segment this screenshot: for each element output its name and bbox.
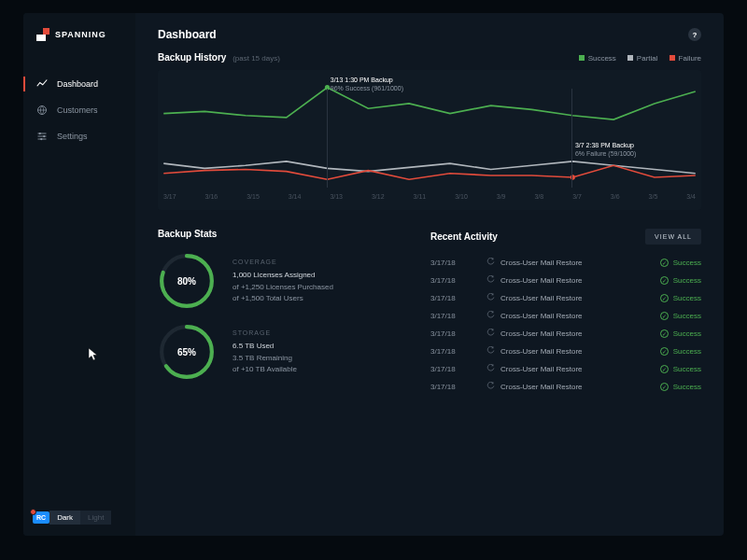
activity-row[interactable]: 3/17/18Cross-User Mail Restore✓Success [430, 289, 701, 307]
theme-light-button[interactable]: Light [80, 511, 111, 525]
check-icon: ✓ [660, 365, 669, 373]
activity-status: ✓Success [660, 276, 701, 285]
sidebar-item-settings[interactable]: Settings [23, 123, 135, 149]
activity-row[interactable]: 3/17/18Cross-User Mail Restore✓Success [430, 307, 701, 325]
chart-tick: 3/5 [649, 193, 658, 200]
storage-gauge: 65% [158, 323, 216, 381]
activity-date: 3/17/18 [430, 383, 475, 391]
activity-title: Recent Activity [430, 231, 498, 242]
check-icon: ✓ [660, 347, 669, 356]
header: Dashboard ? [135, 13, 724, 52]
activity-date: 3/17/18 [430, 259, 475, 267]
activity-desc-text: Cross-User Mail Restore [500, 383, 583, 391]
activity-date: 3/17/18 [430, 294, 475, 302]
check-icon: ✓ [660, 276, 669, 285]
activity-status: ✓Success [660, 365, 701, 373]
theme-switcher: RC Dark Light [33, 511, 111, 525]
chart-tick: 3/14 [289, 193, 302, 200]
sidebar-item-label: Dashboard [57, 79, 98, 89]
refresh-icon [486, 311, 495, 321]
svg-point-2 [43, 135, 45, 137]
stats-title: Backup Stats [158, 229, 401, 239]
sidebar-item-dashboard[interactable]: Dashboard [23, 71, 135, 97]
theme-dark-button[interactable]: Dark [49, 511, 80, 525]
check-icon: ✓ [660, 383, 669, 391]
activity-status: ✓Success [660, 329, 701, 338]
activity-date: 3/17/18 [430, 365, 475, 373]
trend-icon [36, 78, 48, 90]
sidebar-item-label: Customers [57, 105, 98, 115]
storage-stat: 65% STORAGE 6.5 TB Used 3.5 TB Remaining… [158, 323, 401, 381]
main: Dashboard ? Backup History (past 15 days… [135, 13, 724, 536]
chart-tick: 3/17 [163, 193, 176, 200]
help-icon[interactable]: ? [688, 28, 701, 41]
chart-tick: 3/12 [372, 193, 385, 200]
svg-point-1 [39, 133, 41, 134]
chart-tick: 3/16 [205, 193, 218, 200]
refresh-icon [486, 382, 495, 392]
refresh-icon [486, 258, 495, 268]
view-all-button[interactable]: VIEW ALL [645, 229, 701, 245]
activity-row[interactable]: 3/17/18Cross-User Mail Restore✓Success [430, 325, 701, 343]
legend-item: Success [579, 54, 616, 63]
chart-subtitle: (past 15 days) [233, 54, 280, 63]
backup-history-chart: 3/173/163/153/143/133/123/113/103/93/83/… [158, 70, 701, 210]
activity-desc-text: Cross-User Mail Restore [500, 329, 583, 338]
chart-tick: 3/7 [572, 193, 582, 200]
refresh-icon [486, 364, 495, 374]
activity-date: 3/17/18 [430, 276, 475, 285]
check-icon: ✓ [660, 329, 669, 338]
svg-point-3 [40, 138, 42, 140]
chart-legend: SuccessPartialFailure [579, 54, 701, 63]
chart-header: Backup History (past 15 days) SuccessPar… [158, 52, 701, 63]
page-title: Dashboard [158, 28, 217, 41]
activity-row[interactable]: 3/17/18Cross-User Mail Restore✓Success [430, 378, 701, 396]
rc-badge: RC [33, 511, 49, 524]
check-icon: ✓ [660, 259, 669, 267]
sidebar-item-label: Settings [57, 132, 88, 141]
chart-tick: 3/11 [414, 193, 427, 200]
activity-date: 3/17/18 [430, 312, 475, 320]
sidebar-item-customers[interactable]: Customers [23, 97, 135, 123]
chart-tick: 3/15 [247, 193, 260, 200]
chart-title: Backup History [158, 52, 226, 63]
coverage-gauge: 80% [158, 252, 216, 310]
chart-tick: 3/6 [611, 193, 620, 200]
logo-icon [36, 28, 49, 41]
sidebar-nav: DashboardCustomersSettings [23, 71, 135, 149]
chart-tick: 3/8 [534, 193, 543, 200]
activity-date: 3/17/18 [430, 329, 475, 338]
chart-tick: 3/13 [330, 193, 343, 200]
activity-status: ✓Success [660, 294, 701, 302]
brand-logo: SPANNING [23, 13, 135, 56]
activity-desc-text: Cross-User Mail Restore [500, 294, 583, 302]
sidebar: SPANNING DashboardCustomersSettings RC D… [23, 13, 135, 536]
activity-desc-text: Cross-User Mail Restore [500, 365, 583, 373]
activity-row[interactable]: 3/17/18Cross-User Mail Restore✓Success [430, 254, 701, 272]
activity-status: ✓Success [660, 347, 701, 356]
check-icon: ✓ [660, 312, 669, 320]
legend-item: Failure [669, 54, 701, 63]
activity-desc-text: Cross-User Mail Restore [500, 276, 583, 285]
activity-desc-text: Cross-User Mail Restore [500, 347, 583, 356]
chart-tick: 3/4 [686, 193, 696, 200]
activity-status: ✓Success [660, 383, 701, 391]
activity-status: ✓Success [660, 259, 701, 267]
coverage-stat: 80% COVERAGE 1,000 Licenses Assigned of … [158, 252, 401, 310]
activity-row[interactable]: 3/17/18Cross-User Mail Restore✓Success [430, 343, 701, 360]
activity-row[interactable]: 3/17/18Cross-User Mail Restore✓Success [430, 360, 701, 378]
activity-status: ✓Success [660, 312, 701, 320]
refresh-icon [486, 293, 495, 303]
activity-row[interactable]: 3/17/18Cross-User Mail Restore✓Success [430, 272, 701, 289]
activity-date: 3/17/18 [430, 347, 475, 356]
activity-desc-text: Cross-User Mail Restore [500, 259, 583, 267]
globe-icon [36, 105, 48, 116]
legend-item: Partial [627, 54, 658, 63]
refresh-icon [486, 346, 495, 357]
chart-tick: 3/10 [455, 193, 468, 200]
sliders-icon [36, 131, 48, 142]
chart-tick: 3/9 [497, 193, 506, 200]
refresh-icon [486, 329, 495, 339]
check-icon: ✓ [660, 294, 669, 302]
refresh-icon [486, 275, 495, 286]
